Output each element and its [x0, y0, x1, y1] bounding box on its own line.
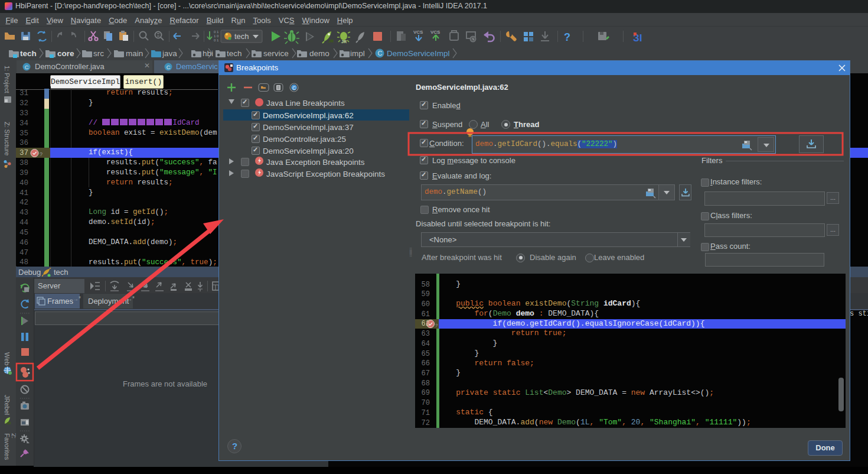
svg-text:main: main — [126, 49, 143, 58]
svg-text:0 1: 0 1 — [214, 30, 219, 34]
svg-text:DemoServiceImpl: DemoServiceImpl — [387, 49, 450, 58]
svg-text:JR: JR — [328, 39, 334, 43]
svg-text:?: ? — [40, 151, 43, 157]
svg-text:hbi: hbi — [203, 49, 213, 58]
svg-text:impl: impl — [350, 49, 365, 58]
svg-text:JR: JR — [341, 40, 347, 44]
svg-text:tech: tech — [20, 49, 37, 58]
svg-text:1 0: 1 0 — [214, 34, 219, 38]
svg-text:C: C — [25, 63, 29, 70]
svg-text:VCS: VCS — [413, 30, 423, 35]
svg-text:C: C — [167, 63, 171, 70]
svg-text:VCS: VCS — [430, 30, 440, 35]
svg-text:tech: tech — [234, 32, 249, 41]
svg-text:java: java — [162, 49, 177, 58]
svg-text:service: service — [263, 49, 289, 58]
svg-text:src: src — [93, 49, 104, 58]
svg-text:demo: demo — [309, 49, 329, 58]
svg-text:core: core — [57, 49, 74, 58]
svg-text:JR: JR — [6, 421, 11, 425]
svg-text:0 1: 0 1 — [214, 38, 219, 42]
svg-text:?: ? — [564, 31, 570, 43]
svg-text:C: C — [292, 85, 296, 91]
svg-text:tech: tech — [227, 49, 242, 58]
svg-text:C: C — [378, 50, 383, 57]
